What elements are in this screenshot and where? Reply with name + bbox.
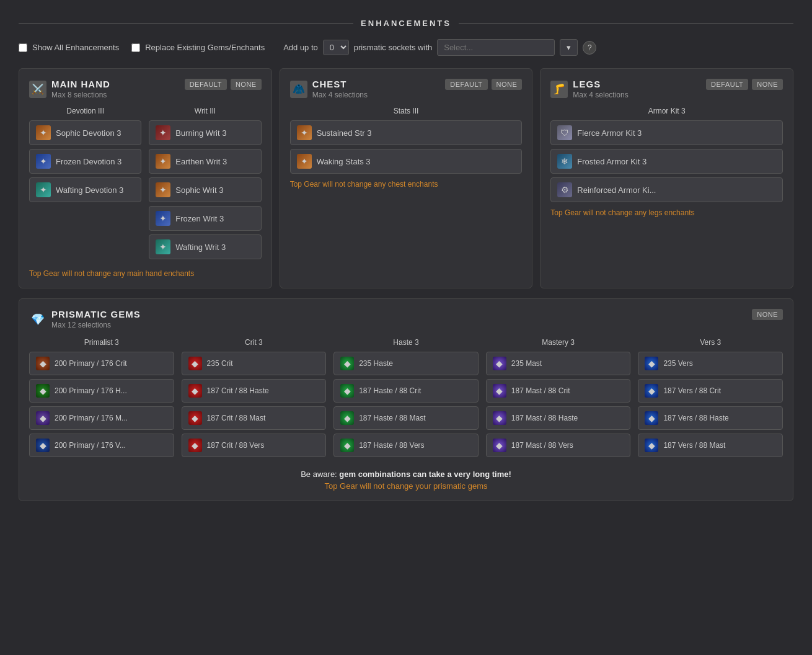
list-item[interactable]: ◆ 187 Haste / 88 Vers — [333, 434, 479, 457]
prismatic-none-btn[interactable]: NONE — [752, 309, 783, 320]
list-item[interactable]: ◆ 187 Crit / 88 Vers — [182, 434, 327, 457]
gem-col-primalist-title: Primalist 3 — [29, 338, 174, 347]
chest-icon: 🧥 — [290, 81, 307, 98]
legs-title-row: 🦵 LEGS Max 4 selections — [550, 79, 628, 99]
add-up-to-select[interactable]: 0123 — [323, 40, 349, 55]
enchant-name: Waking Stats 3 — [317, 157, 371, 166]
list-item[interactable]: ◆ 187 Mast / 88 Vers — [486, 434, 631, 457]
gem-icon: ◆ — [340, 357, 354, 370]
list-item[interactable]: ◆ 235 Crit — [182, 352, 327, 375]
main-hand-none-btn[interactable]: NONE — [231, 79, 262, 90]
gem-icon: ◆ — [493, 357, 506, 370]
list-item[interactable]: ◆ 187 Crit / 88 Haste — [182, 379, 327, 403]
list-item[interactable]: ◆ 187 Haste / 88 Crit — [333, 379, 479, 403]
main-hand-warning: Top Gear will not change any main hand e… — [29, 269, 262, 278]
gem-col-mastery-title: Mastery 3 — [486, 338, 631, 347]
gem-col-crit: Crit 3 ◆ 235 Crit ◆ 187 Crit / 88 Haste … — [182, 338, 327, 461]
sections-row: ⚔️ MAIN HAND Max 8 selections DEFAULT NO… — [19, 68, 793, 288]
chest-title-row: 🧥 CHEST Max 4 selections — [290, 79, 368, 99]
legs-cols: Armor Kit 3 🛡 Fierce Armor Kit 3 ❄ Frost… — [550, 107, 783, 202]
list-item[interactable]: 🛡 Fierce Armor Kit 3 — [550, 120, 783, 145]
gem-icon: ◆ — [188, 411, 202, 425]
gem-icon: ◆ — [188, 357, 202, 370]
list-item[interactable]: ◆ 200 Primary / 176 Crit — [29, 352, 174, 375]
help-button[interactable]: ? — [583, 41, 596, 55]
list-item[interactable]: ✦ Wafting Writ 3 — [149, 234, 261, 259]
gem-col-vers-title: Vers 3 — [638, 338, 783, 347]
legs-icon: 🦵 — [550, 81, 568, 98]
chest-warning: Top Gear will not change any chest encha… — [290, 180, 523, 189]
list-item[interactable]: ◆ 200 Primary / 176 H... — [29, 379, 174, 403]
legs-warning: Top Gear will not change any legs enchan… — [550, 208, 783, 217]
list-item[interactable]: ◆ 235 Mast — [486, 352, 631, 375]
writ-col: Writ III ✦ Burning Writ 3 ✦ Earthen Writ… — [149, 107, 261, 263]
show-all-checkbox[interactable] — [19, 43, 27, 52]
add-up-to-group: Add up to 0123 prismatic sockets with ▾ … — [283, 39, 596, 56]
top-bar: Show All Enhancements Replace Existing G… — [19, 39, 793, 56]
list-item[interactable]: ◆ 235 Vers — [638, 352, 783, 375]
enchant-name: Burning Writ 3 — [175, 128, 226, 138]
list-item[interactable]: ◆ 187 Crit / 88 Mast — [182, 406, 327, 430]
prismatic-max: Max 12 selections — [51, 321, 141, 329]
gem-col-mastery: Mastery 3 ◆ 235 Mast ◆ 187 Mast / 88 Cri… — [486, 338, 631, 461]
page-title: ENHANCEMENTS — [361, 19, 451, 28]
legs-section: 🦵 LEGS Max 4 selections DEFAULT NONE Arm… — [540, 68, 793, 288]
list-item[interactable]: ✦ Sophic Writ 3 — [149, 177, 261, 202]
list-item[interactable]: ✦ Waking Stats 3 — [290, 149, 523, 174]
list-item[interactable]: ⚙ Reinforced Armor Ki... — [550, 177, 783, 202]
list-item[interactable]: ◆ 187 Vers / 88 Crit — [638, 379, 783, 403]
chest-section: 🧥 CHEST Max 4 selections DEFAULT NONE St… — [280, 68, 533, 288]
list-item[interactable]: ✦ Sophic Devotion 3 — [29, 120, 141, 145]
prismatic-dropdown-btn[interactable]: ▾ — [560, 39, 578, 56]
footer-bold: gem combinations can take a very long ti… — [339, 470, 511, 479]
gem-label: 187 Haste / 88 Crit — [359, 386, 421, 395]
list-item[interactable]: ✦ Frozen Writ 3 — [149, 206, 261, 231]
chest-default-btn[interactable]: DEFAULT — [445, 79, 487, 90]
gem-label: 187 Crit / 88 Mast — [207, 414, 266, 422]
armor-kit-col-title: Armor Kit 3 — [550, 107, 783, 115]
enchant-icon: ✦ — [156, 182, 170, 197]
main-hand-header: ⚔️ MAIN HAND Max 8 selections DEFAULT NO… — [29, 79, 262, 99]
gem-icon: ◆ — [188, 384, 202, 398]
gem-icon: ◆ — [340, 439, 354, 452]
list-item[interactable]: ✦ Frozen Devotion 3 — [29, 149, 141, 174]
chest-max: Max 4 selections — [312, 91, 368, 99]
enchant-name: Frosted Armor Kit 3 — [577, 157, 647, 166]
enchant-name: Earthen Writ 3 — [175, 157, 227, 166]
legs-none-btn[interactable]: NONE — [752, 79, 783, 90]
list-item[interactable]: ◆ 200 Primary / 176 V... — [29, 434, 174, 457]
gem-col-crit-title: Crit 3 — [182, 338, 327, 347]
list-item[interactable]: ❄ Frosted Armor Kit 3 — [550, 149, 783, 174]
chest-none-btn[interactable]: NONE — [492, 79, 523, 90]
list-item[interactable]: ◆ 187 Mast / 88 Crit — [486, 379, 631, 403]
enchant-name: Fierce Armor Kit 3 — [577, 128, 642, 138]
main-hand-max: Max 8 selections — [51, 91, 110, 99]
list-item[interactable]: ✦ Sustained Str 3 — [290, 120, 523, 145]
prismatic-select-input[interactable] — [437, 39, 555, 56]
show-all-checkbox-label[interactable]: Show All Enhancements — [19, 43, 119, 52]
list-item[interactable]: ✦ Wafting Devotion 3 — [29, 177, 141, 202]
prismatic-icon: 💎 — [29, 311, 46, 328]
replace-checkbox[interactable] — [131, 43, 140, 52]
list-item[interactable]: ◆ 187 Vers / 88 Mast — [638, 434, 783, 457]
list-item[interactable]: ✦ Burning Writ 3 — [149, 120, 261, 145]
list-item[interactable]: ◆ 235 Haste — [333, 352, 479, 375]
chest-cols: Stats III ✦ Sustained Str 3 ✦ Waking Sta… — [290, 107, 523, 174]
list-item[interactable]: ◆ 187 Mast / 88 Haste — [486, 406, 631, 430]
enchant-icon: ✦ — [297, 154, 312, 169]
enchant-name: Sustained Str 3 — [317, 128, 372, 138]
list-item[interactable]: ◆ 187 Vers / 88 Haste — [638, 406, 783, 430]
enchant-icon: ✦ — [156, 239, 170, 254]
gem-icon: ◆ — [493, 411, 506, 425]
list-item[interactable]: ◆ 200 Primary / 176 M... — [29, 406, 174, 430]
gem-columns: Primalist 3 ◆ 200 Primary / 176 Crit ◆ 2… — [29, 338, 783, 461]
list-item[interactable]: ◆ 187 Haste / 88 Mast — [333, 406, 479, 430]
page-wrapper: ENHANCEMENTS Show All Enhancements Repla… — [0, 0, 812, 514]
list-item[interactable]: ✦ Earthen Writ 3 — [149, 149, 261, 174]
gem-label: 187 Haste / 88 Mast — [359, 414, 425, 422]
gem-icon: ◆ — [36, 357, 50, 370]
legs-default-btn[interactable]: DEFAULT — [706, 79, 748, 90]
replace-checkbox-label[interactable]: Replace Existing Gems/Enchants — [131, 43, 265, 52]
main-hand-default-btn[interactable]: DEFAULT — [185, 79, 227, 90]
main-hand-columns: Devotion III ✦ Sophic Devotion 3 ✦ Froze… — [29, 107, 262, 263]
